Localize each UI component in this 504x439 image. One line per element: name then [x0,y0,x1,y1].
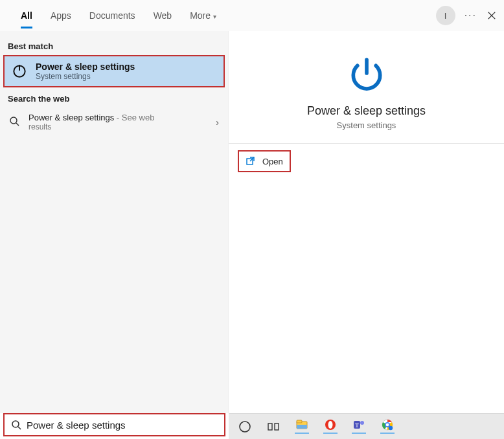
tab-label: More [190,10,211,21]
content: Best match Power & sleep settings System… [0,31,504,413]
svg-point-14 [328,421,333,429]
tab-label: Documents [89,10,135,21]
svg-rect-11 [297,420,302,423]
avatar[interactable]: I [436,6,455,25]
search-icon [9,116,19,128]
search-input[interactable] [27,420,218,431]
preview-subtitle: System settings [248,120,485,130]
tab-apps[interactable]: Apps [41,1,80,30]
chrome-icon[interactable] [380,420,395,434]
open-label: Open [262,157,283,166]
tab-web[interactable]: Web [144,1,181,30]
best-match-title: Power & sleep settings [36,62,135,72]
preview-column: Power & sleep settings System settings O… [229,31,504,413]
open-icon [246,156,256,166]
cortana-icon[interactable] [238,420,252,434]
search-box[interactable] [3,413,225,436]
power-icon [248,53,485,95]
svg-point-2 [10,117,17,124]
tab-label: Apps [51,10,71,21]
chevron-right-icon: › [216,117,219,128]
web-result-suffix: - See web [114,113,154,122]
tab-strip: All Apps Documents Web More▾ [12,1,225,30]
tab-documents[interactable]: Documents [80,1,144,30]
teams-icon[interactable]: T [352,420,366,434]
search-web-label: Search the web [0,89,228,106]
svg-rect-9 [275,423,279,430]
best-match-label: Best match [0,36,228,54]
power-icon [11,62,28,81]
svg-point-5 [12,421,19,427]
preview-title: Power & sleep settings [248,104,485,118]
chevron-down-icon: ▾ [213,13,216,20]
tab-all[interactable]: All [12,1,41,30]
web-result-subline: results [29,122,207,131]
svg-line-6 [18,427,21,429]
more-options-button[interactable]: ··· [464,10,477,21]
svg-point-21 [389,426,393,430]
svg-line-3 [16,123,19,126]
web-result-title: Power & sleep settings [29,113,114,122]
tab-label: Web [154,10,172,21]
tab-label: All [21,10,32,21]
opera-icon[interactable] [323,420,338,434]
svg-text:T: T [355,422,359,429]
search-header: All Apps Documents Web More▾ I ··· [0,0,504,31]
tab-more[interactable]: More▾ [181,1,225,30]
close-button[interactable] [486,10,498,21]
close-icon [487,11,496,20]
svg-point-20 [386,423,389,427]
task-view-icon[interactable] [266,420,281,434]
header-actions: I ··· [436,6,498,25]
svg-rect-8 [268,423,272,430]
best-match-subtitle: System settings [36,72,135,81]
results-column: Best match Power & sleep settings System… [0,31,229,413]
best-match-result[interactable]: Power & sleep settings System settings [3,55,225,87]
open-button[interactable]: Open [238,150,291,172]
preview-card: Power & sleep settings System settings [229,39,504,144]
svg-rect-12 [297,425,307,429]
search-icon [11,420,21,430]
svg-point-7 [240,422,250,432]
bottom-strip: T [0,413,504,439]
web-result-row[interactable]: Power & sleep settings - See web results… [0,106,228,138]
taskbar: T [229,413,504,439]
svg-point-17 [360,421,364,425]
file-explorer-icon[interactable] [295,420,309,434]
avatar-initial: I [444,11,447,21]
